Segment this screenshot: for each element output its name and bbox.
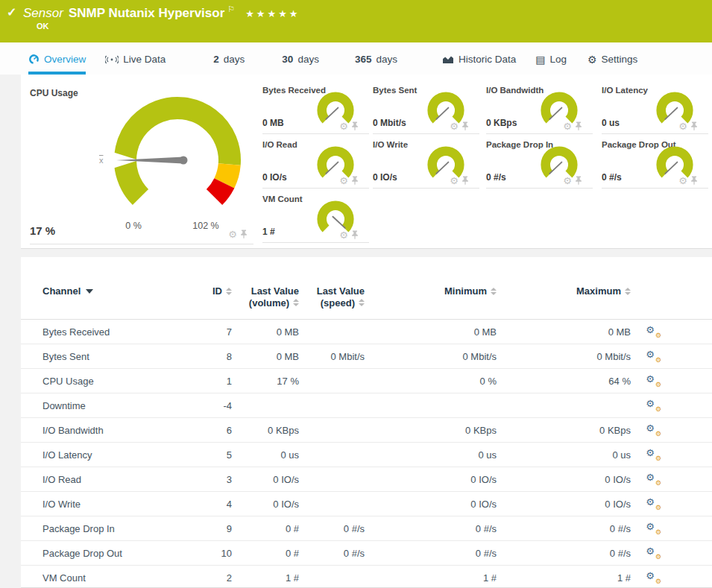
cell-channel: Package Drop In	[42, 523, 192, 534]
cell-minimum: 0 Mbit/s	[365, 351, 497, 362]
sensor-status-badge: OK	[37, 22, 49, 31]
pin-icon[interactable]	[690, 176, 698, 186]
flag-icon[interactable]: ⚐	[227, 4, 235, 13]
cell-id: 9	[192, 523, 232, 534]
cell-last-value-volume: 17 %	[232, 376, 299, 387]
sensor-title: SNMP Nutanix Hypervisor	[69, 6, 224, 20]
gauge-value: 0 MB	[262, 118, 284, 128]
column-header-last_volume[interactable]: Last Value(volume)	[232, 285, 299, 309]
cell-channel: Downtime	[42, 400, 192, 411]
gauge-value: 0 KBps	[486, 118, 517, 128]
pin-icon[interactable]	[461, 121, 469, 131]
cell-minimum: 0 IO/s	[365, 499, 497, 510]
tab-365-days[interactable]: 365days	[355, 42, 397, 75]
tab-label: Settings	[602, 54, 638, 65]
pin-icon[interactable]	[575, 121, 582, 131]
gauge-title: I/O Bandwidth	[486, 86, 544, 95]
gauge-settings-icon[interactable]: ⚙	[339, 176, 348, 186]
sort-icon[interactable]	[491, 288, 497, 295]
tab-bar: OverviewLive Data2days30days365daysHisto…	[0, 42, 712, 75]
gauge-title: I/O Write	[373, 140, 408, 149]
gauge-settings-icon[interactable]: ⚙	[678, 176, 687, 186]
cell-id: 5	[192, 449, 232, 461]
sort-icon[interactable]	[293, 299, 299, 306]
tab-live-data[interactable]: Live Data	[105, 42, 166, 75]
tab-label: Log	[550, 54, 567, 65]
column-header-minimum[interactable]: Minimum	[365, 285, 497, 297]
column-header-id[interactable]: ID	[192, 285, 232, 297]
tab-label: days	[376, 54, 397, 65]
sort-icon[interactable]	[226, 288, 232, 295]
tab-settings[interactable]: ⚙Settings	[587, 42, 637, 75]
sort-icon[interactable]	[359, 299, 365, 306]
cell-last-value-volume: 0 MB	[232, 326, 299, 338]
tab-overview[interactable]: Overview	[28, 42, 86, 75]
cell-channel: Package Drop Out	[42, 548, 192, 559]
tab-2-days[interactable]: 2days	[213, 42, 245, 75]
cell-last-value-speed: 0 #/s	[299, 523, 365, 534]
column-sublabel: (speed)	[321, 297, 355, 309]
cell-id: 8	[192, 351, 232, 362]
gauge-value: 0 us	[602, 118, 620, 128]
gauge-title: VM Count	[262, 195, 303, 203]
priority-stars[interactable]: ★★★★★	[245, 8, 300, 19]
gauge-icon	[28, 54, 40, 65]
tab-30-days[interactable]: 30days	[282, 42, 319, 75]
gauge-settings-icon[interactable]: ⚙	[339, 121, 348, 131]
channels-table-header: ChannelIDLast Value(volume)Last Value(sp…	[21, 285, 712, 320]
cell-id: 6	[192, 425, 232, 436]
column-header-last_speed[interactable]: Last Value(speed)	[299, 285, 365, 309]
column-label: Maximum	[576, 285, 621, 297]
gauge-tile-package-drop-in: Package Drop In0 #/s⚙	[486, 138, 593, 189]
table-row: I/O Write40 IO/s0 IO/s0 IO/s⚙⚙	[21, 492, 712, 516]
table-row: I/O Read30 IO/s0 IO/s0 IO/s⚙⚙	[21, 467, 712, 492]
pin-icon[interactable]	[575, 176, 582, 186]
cell-minimum: 0 #/s	[365, 548, 497, 559]
cell-maximum: 0 IO/s	[497, 499, 631, 510]
gauge-settings-icon[interactable]: ⚙	[563, 121, 572, 131]
pin-icon[interactable]	[351, 121, 359, 131]
table-row: CPU Usage117 %0 %64 %⚙⚙	[21, 369, 712, 393]
sensor-kind-label: Sensor	[23, 6, 63, 20]
cell-minimum: 0 #/s	[365, 523, 497, 534]
gauge-value: 0 IO/s	[373, 172, 397, 183]
cpu-usage-tile: CPU Usage x 17 % 0 % 102 % ⚙	[30, 86, 253, 244]
tab-number: 365	[355, 54, 372, 65]
gauge-title: I/O Latency	[602, 86, 648, 95]
sort-desc-icon	[86, 289, 93, 294]
pin-icon[interactable]	[690, 121, 698, 131]
gauge-tile-i-o-latency: I/O Latency0 us⚙	[602, 83, 708, 134]
pin-icon[interactable]	[351, 176, 359, 186]
cell-last-value-speed: 0 #/s	[299, 548, 365, 559]
gauge-settings-icon[interactable]: ⚙	[450, 176, 459, 186]
gauge-tile-bytes-sent: Bytes Sent0 Mbit/s⚙	[373, 83, 479, 134]
cell-channel: I/O Bandwidth	[42, 425, 192, 436]
gauge-settings-icon[interactable]: ⚙	[563, 176, 572, 186]
cell-id: 10	[192, 548, 232, 559]
column-header-maximum[interactable]: Maximum	[497, 285, 631, 297]
cell-last-value-volume: 1 #	[232, 572, 299, 584]
chart-icon	[442, 54, 454, 64]
tab-log[interactable]: ▤Log	[535, 42, 567, 75]
cell-minimum: 0 MB	[365, 326, 497, 338]
table-row: I/O Latency50 us0 us0 us⚙⚙	[21, 443, 712, 467]
pin-icon[interactable]	[240, 230, 248, 239]
tab-historic-data[interactable]: Historic Data	[442, 42, 516, 75]
sort-icon[interactable]	[625, 288, 631, 295]
pin-icon[interactable]	[461, 176, 469, 186]
cell-last-value-volume: 0 IO/s	[232, 474, 299, 485]
column-label: Channel	[42, 285, 81, 297]
cell-last-value-volume: 0 IO/s	[232, 499, 299, 510]
gauge-settings-icon[interactable]: ⚙	[450, 121, 459, 131]
cell-channel: I/O Latency	[42, 449, 192, 461]
column-header-channel[interactable]: Channel	[42, 285, 192, 297]
pin-icon[interactable]	[351, 230, 359, 240]
gauge-settings-icon[interactable]: ⚙	[228, 230, 237, 239]
tab-label: Overview	[44, 54, 86, 65]
cell-id: 3	[192, 474, 232, 485]
cell-channel: VM Count	[42, 572, 192, 584]
gauge-title: I/O Read	[262, 140, 297, 149]
cell-id: 1	[192, 376, 232, 387]
gauge-settings-icon[interactable]: ⚙	[339, 230, 348, 240]
gauge-settings-icon[interactable]: ⚙	[678, 121, 687, 131]
